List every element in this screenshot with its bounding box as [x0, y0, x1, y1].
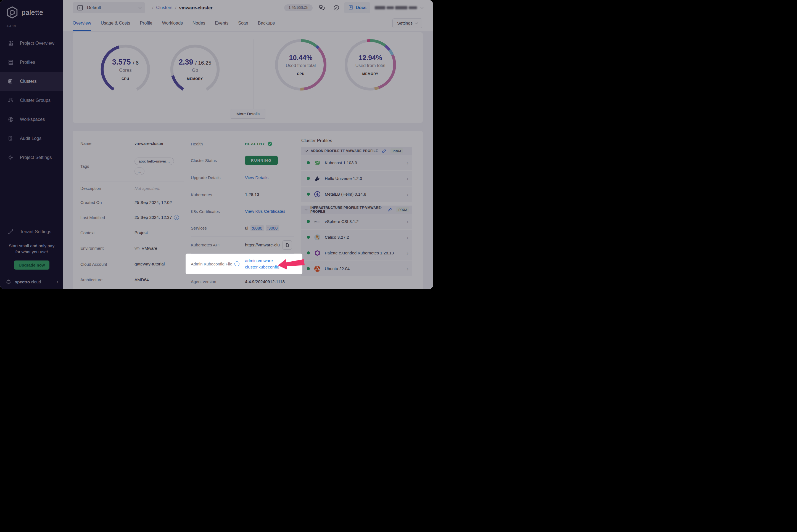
detail-label: Context [80, 230, 134, 235]
chevron-right-icon[interactable]: › [406, 234, 409, 240]
sidebar-item-label: Project Settings [20, 155, 52, 160]
profile-pack-row-palette-extended-kubernetes-1-28-13[interactable]: Palette eXtended Kubernetes 1.28.13 › [301, 245, 412, 261]
service-port-link[interactable]: :3000 [266, 225, 279, 231]
user-menu-chevron-icon[interactable] [420, 5, 423, 8]
user-account-blurred[interactable] [375, 6, 417, 10]
pack-name: Palette eXtended Kubernetes 1.28.13 [325, 250, 394, 255]
link-icon[interactable] [381, 149, 387, 154]
breadcrumb-separator: / [175, 5, 176, 10]
calico-icon [314, 234, 321, 241]
detail-link[interactable]: View Details [245, 175, 268, 180]
svg-text:vm: vm [314, 221, 317, 223]
book-icon [348, 5, 354, 11]
sidebar-item-project-settings[interactable]: Project Settings [0, 148, 63, 167]
docs-button[interactable]: Docs [344, 2, 370, 13]
sidebar-item-project-overview[interactable]: Project Overview [0, 34, 63, 53]
hello-universe-icon [314, 175, 321, 182]
profile-pack-row-calico-3-27-2[interactable]: Calico 3.27.2 › [301, 230, 412, 245]
palette-logo-icon [6, 6, 18, 19]
sidebar-nav: Project OverviewProfilesClustersCluster … [0, 34, 63, 167]
metallb-icon [314, 191, 321, 198]
upgrade-now-button[interactable]: Upgrade now [14, 261, 50, 270]
chevron-right-icon[interactable]: › [406, 191, 409, 197]
gauge-metric-label: MEMORY [187, 77, 203, 81]
tab-scan[interactable]: Scan [238, 16, 248, 31]
tab-workloads[interactable]: Workloads [162, 16, 183, 31]
link-icon[interactable] [387, 207, 393, 212]
detail-label: Description [80, 186, 134, 191]
gauge-metric-label: CPU [122, 77, 129, 81]
detail-row-tags: Tagsapp: hello-univer…… [80, 151, 184, 182]
breadcrumb-clusters-link[interactable]: Clusters [156, 5, 172, 10]
detail-row-architecture: ArchitectureAMD64 [80, 272, 184, 287]
info-icon[interactable]: i [234, 261, 239, 266]
more-details-button[interactable]: More Details [231, 109, 266, 119]
detail-row-health: HealthHEALTHY [191, 136, 294, 152]
compass-icon[interactable] [333, 4, 340, 11]
pack-name: Kubecost 1.103.3 [325, 160, 357, 165]
chevron-down-icon [138, 5, 141, 8]
profile-pack-row-metallb-helm-0-14-8[interactable]: MetalLB (Helm) 0.14.8 › [301, 187, 412, 202]
profile-pack-row-hello-universe-1-2-0[interactable]: Hello Universe 1.2.0 › [301, 171, 412, 187]
detail-label: Health [191, 141, 245, 146]
profile-pack-row-vsphere-csi-3-1-2[interactable]: vmware vSphere CSI 3.1.2 › [301, 214, 412, 230]
sidebar-item-audit-logs[interactable]: Audit Logs [0, 129, 63, 148]
sidebar-item-clusters[interactable]: Clusters [0, 72, 63, 91]
profile-scope-badge: PROJ [391, 149, 403, 153]
tag-pill: app: hello-univer… [134, 157, 174, 165]
tab-usage-costs[interactable]: Usage & Costs [101, 16, 130, 31]
chevron-right-icon[interactable]: › [406, 218, 409, 224]
sidebar-item-cluster-groups[interactable]: Cluster Groups [0, 91, 63, 110]
profile-group-header[interactable]: INFRASTRUCTURE PROFILE TF-VMWARE-PROFILE… [301, 206, 412, 214]
profile-scope-badge: PROJ [396, 207, 409, 212]
sidebar-item-label: Tenant Settings [20, 229, 51, 234]
copy-button[interactable] [283, 240, 292, 250]
clusters-icon [8, 78, 14, 84]
pack-name: Hello Universe 1.2.0 [325, 176, 362, 181]
chevron-right-icon[interactable]: › [406, 175, 409, 181]
detail-value: AMD64 [134, 277, 149, 282]
detail-row-agent-version: Agent version4.4.9/20240912.1118 [191, 274, 294, 289]
tab-nodes[interactable]: Nodes [193, 16, 205, 31]
sidebar-item-label: Workspaces [20, 117, 45, 122]
kubecost-icon [314, 159, 321, 166]
tab-overview[interactable]: Overview [73, 16, 91, 31]
project-selector-dropdown[interactable]: Default [73, 2, 145, 13]
profile-pack-row-kubecost-1-103-3[interactable]: Kubecost 1.103.3 › [301, 155, 412, 171]
chevron-right-icon[interactable]: › [406, 266, 409, 271]
profile-pack-row-ubuntu-22-04[interactable]: Ubuntu 22.04 › [301, 261, 412, 277]
sidebar-item-tenant-settings[interactable]: Tenant Settings [0, 222, 63, 241]
detail-link[interactable]: View K8s Certificates [245, 209, 285, 214]
detail-label: Last Modified [80, 215, 134, 220]
chevron-right-icon[interactable]: › [406, 250, 409, 256]
info-icon[interactable]: i [174, 215, 179, 220]
sidebar-collapse-icon[interactable]: ‹ [57, 279, 58, 285]
detail-value: VMware [142, 246, 158, 251]
sidebar-item-workspaces[interactable]: Workspaces [0, 110, 63, 129]
donut-percent: 10.44% [289, 54, 313, 62]
detail-value: gateway-tutorial [134, 262, 165, 267]
tab-profile[interactable]: Profile [140, 16, 152, 31]
service-port-link[interactable]: :8080 [251, 225, 264, 231]
detail-row-kubernetes: Kubernetes1.28.13 [191, 186, 294, 203]
brand-logo-row: palette [6, 6, 43, 19]
upgrade-promo-text: Start small and only pay for what you us… [0, 243, 63, 255]
chevron-right-icon[interactable]: › [406, 160, 409, 166]
gauge-value: 2.39 / 16.25 [179, 58, 211, 66]
donut-caption: Used from total [286, 63, 316, 68]
tab-events[interactable]: Events [215, 16, 229, 31]
profile-group-header[interactable]: ADDON PROFILE TF-VMWARE-PROFILE PROJ [301, 147, 412, 155]
detail-label: Cluster Status [191, 158, 245, 163]
sidebar-item-profiles[interactable]: Profiles [0, 53, 63, 72]
chat-icon[interactable] [319, 4, 325, 11]
tab-backups[interactable]: Backups [258, 16, 275, 31]
kubernetes-api-url: https://vmware-clust… [245, 243, 280, 248]
details-card: Namevmware-clusterTagsapp: hello-univer…… [73, 131, 423, 289]
gauge-unit: Cores [119, 68, 131, 73]
admin-kubeconfig-link[interactable]: admin.vmware-cluster.kubeconfig [245, 258, 279, 270]
donut-percent: 12.94% [359, 54, 382, 62]
chevron-down-icon [415, 21, 418, 24]
project-overview-icon [8, 40, 14, 46]
docs-label: Docs [356, 5, 366, 10]
settings-button[interactable]: Settings [393, 18, 422, 28]
